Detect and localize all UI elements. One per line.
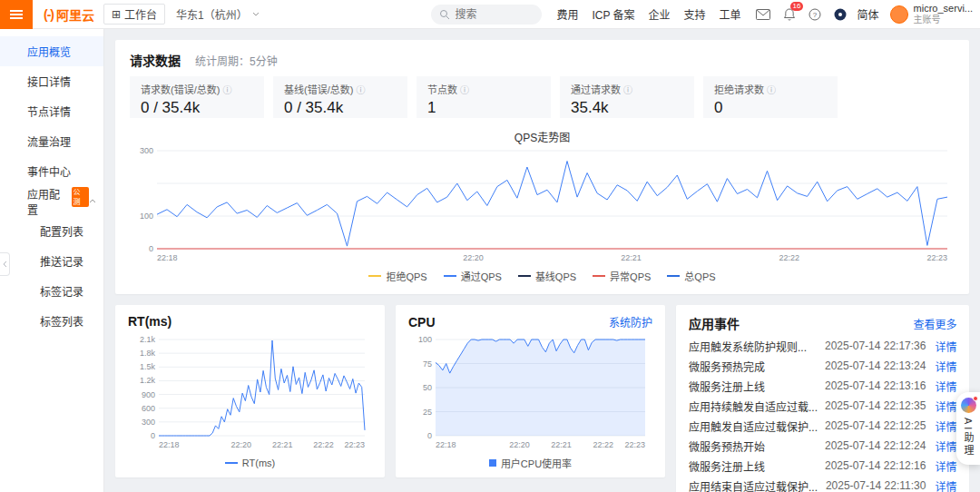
event-detail-link[interactable]: 详情: [935, 379, 956, 394]
bell-icon[interactable]: 16: [783, 8, 796, 21]
sidebar-item-traffic-governance[interactable]: 流量治理: [0, 126, 103, 156]
account-type: 主账号: [914, 15, 973, 25]
cpu-card: CPU 系统防护 100755025022:1822:2022:2122:222…: [396, 305, 665, 477]
sidebar-item-label: 配置列表: [40, 223, 83, 239]
sidebar-item-tag-records[interactable]: 标签记录: [0, 276, 103, 306]
stat-label: 拒绝请求数: [714, 82, 764, 96]
cpu-card-title: CPU: [408, 315, 436, 330]
aliyun-logo[interactable]: (-) 阿里云: [33, 5, 103, 24]
svg-text:0: 0: [151, 431, 155, 440]
sidebar-item-node-details[interactable]: 节点详情: [0, 96, 103, 126]
sidebar-item-tag-list[interactable]: 标签列表: [0, 306, 103, 336]
svg-text:22:23: 22:23: [624, 440, 645, 449]
svg-text:2.1k: 2.1k: [140, 335, 156, 344]
aliyun-logo-icon: (-): [44, 7, 54, 22]
svg-text:22:18: 22:18: [159, 440, 180, 449]
info-icon[interactable]: ⓘ: [222, 83, 231, 96]
legend-item[interactable]: RT(ms): [225, 458, 275, 468]
event-time: 2025-07-14 22:12:16: [825, 459, 926, 472]
event-list: 应用触发系统防护规则... 2025-07-14 22:17:36 详情 微服务…: [689, 336, 956, 492]
svg-text:300: 300: [142, 418, 155, 427]
workbench-button[interactable]: ⊞ 工作台: [103, 4, 165, 25]
legend-label: 通过QPS: [461, 269, 502, 283]
svg-text:100: 100: [418, 335, 432, 344]
sidebar-item-interface-details[interactable]: 接口详情: [0, 66, 103, 96]
mail-icon[interactable]: [756, 9, 770, 20]
chevron-down-icon: [252, 12, 260, 16]
event-time: 2025-07-14 22:12:35: [825, 399, 926, 412]
info-icon[interactable]: ⓘ: [356, 83, 365, 96]
panel-collapse-toggle[interactable]: [0, 252, 10, 276]
event-name: 微服务注册上线: [689, 458, 818, 474]
topbar-icons: 16 ?: [756, 8, 847, 21]
info-icon[interactable]: ⓘ: [623, 83, 632, 96]
support-link[interactable]: 支持: [684, 6, 706, 22]
svg-text:22:22: 22:22: [313, 440, 334, 449]
stat-nodes: 节点数ⓘ 1: [416, 76, 551, 118]
event-row: 微服务预热完成 2025-07-14 22:13:24 详情: [689, 356, 956, 376]
event-time: 2025-07-14 22:13:24: [825, 359, 926, 372]
sidebar-item-label: 标签记录: [40, 283, 83, 299]
sidebar-item-config-list[interactable]: 配置列表: [0, 216, 103, 246]
stat-value: 0 / 35.4k: [141, 99, 253, 117]
event-detail-link[interactable]: 详情: [935, 339, 956, 354]
legend-swatch: [667, 275, 680, 277]
sidebar-item-app-config[interactable]: 应用配置 公测: [0, 186, 103, 216]
event-detail-link[interactable]: 详情: [935, 399, 956, 414]
legend-item[interactable]: 异常QPS: [593, 269, 651, 283]
help-icon[interactable]: ?: [808, 8, 821, 21]
rt-chart[interactable]: 2.1k1.8k1.5k1.2k900600300022:1822:2022:2…: [128, 334, 372, 450]
language-selector[interactable]: 简体: [858, 6, 879, 22]
legend-item[interactable]: 基线QPS: [518, 269, 576, 283]
legend-label: 用户CPU使用率: [501, 456, 572, 470]
request-data-card: 请求数据 统计周期：5分钟 请求数(错误/总数)ⓘ 0 / 35.4k 基线(错…: [115, 40, 969, 294]
event-detail-link[interactable]: 详情: [935, 418, 956, 434]
event-detail-link[interactable]: 详情: [935, 458, 956, 474]
view-more-link[interactable]: 查看更多: [913, 316, 956, 331]
ticket-link[interactable]: 工单: [720, 6, 741, 22]
account-info[interactable]: micro_servi... 主账号: [914, 3, 973, 25]
stat-label: 节点数: [427, 82, 457, 96]
main-content: 请求数据 统计周期：5分钟 请求数(错误/总数)ⓘ 0 / 35.4k 基线(错…: [104, 29, 980, 492]
search-input[interactable]: [455, 8, 527, 21]
event-detail-link[interactable]: 详情: [935, 359, 956, 374]
legend-item[interactable]: 总QPS: [667, 269, 715, 283]
billing-link[interactable]: 费用: [556, 6, 578, 22]
qps-chart[interactable]: 300100022:1822:2022:2122:2222:23: [130, 145, 955, 263]
sidebar-item-label: 流量治理: [27, 133, 71, 149]
legend-item[interactable]: 用户CPU使用率: [489, 456, 572, 470]
ai-assistant-button[interactable]: AI助理: [956, 392, 980, 465]
hamburger-menu-button[interactable]: [0, 0, 33, 29]
cpu-chart[interactable]: 100755025022:1822:2022:2122:2222:23: [408, 334, 652, 450]
svg-text:0: 0: [427, 431, 432, 440]
event-detail-link[interactable]: 详情: [935, 478, 956, 492]
region-selector[interactable]: 华东1（杭州）: [176, 6, 260, 22]
sidebar-item-label: 节点详情: [27, 103, 71, 119]
stat-baseline: 基线(错误/总数)ⓘ 0 / 35.4k: [273, 76, 407, 118]
enterprise-link[interactable]: 企业: [649, 6, 671, 22]
legend-item[interactable]: 拒绝QPS: [368, 269, 426, 283]
avatar[interactable]: [890, 5, 908, 24]
svg-text:22:23: 22:23: [344, 440, 365, 449]
info-icon[interactable]: ⓘ: [460, 83, 469, 96]
svg-text:1.5k: 1.5k: [140, 362, 156, 371]
system-protection-link[interactable]: 系统防护: [609, 314, 652, 330]
stat-period: 统计周期：5分钟: [195, 53, 278, 68]
event-row: 微服务预热开始 2025-07-14 22:12:24 详情: [689, 436, 956, 456]
legend-label: 基线QPS: [535, 269, 576, 283]
stat-label: 基线(错误/总数): [284, 82, 353, 96]
event-detail-link[interactable]: 详情: [935, 438, 956, 454]
legend-item[interactable]: 通过QPS: [444, 269, 502, 283]
ai-assistant-icon: [961, 398, 976, 413]
search-box[interactable]: [431, 5, 542, 25]
chevron-left-icon: [3, 261, 7, 268]
stats-row: 请求数(错误/总数)ⓘ 0 / 35.4k 基线(错误/总数)ⓘ 0 / 35.…: [130, 76, 955, 118]
sidebar-item-event-center[interactable]: 事件中心: [0, 156, 103, 186]
apps-icon[interactable]: [834, 8, 847, 21]
stat-requests: 请求数(错误/总数)ⓘ 0 / 35.4k: [130, 76, 264, 118]
sidebar-item-label: 应用配置: [27, 186, 70, 217]
sidebar-item-app-overview[interactable]: 应用概览: [0, 36, 103, 66]
sidebar-item-push-records[interactable]: 推送记录: [0, 246, 103, 276]
icp-link[interactable]: ICP 备案: [592, 6, 634, 22]
info-icon[interactable]: ⓘ: [767, 83, 776, 96]
